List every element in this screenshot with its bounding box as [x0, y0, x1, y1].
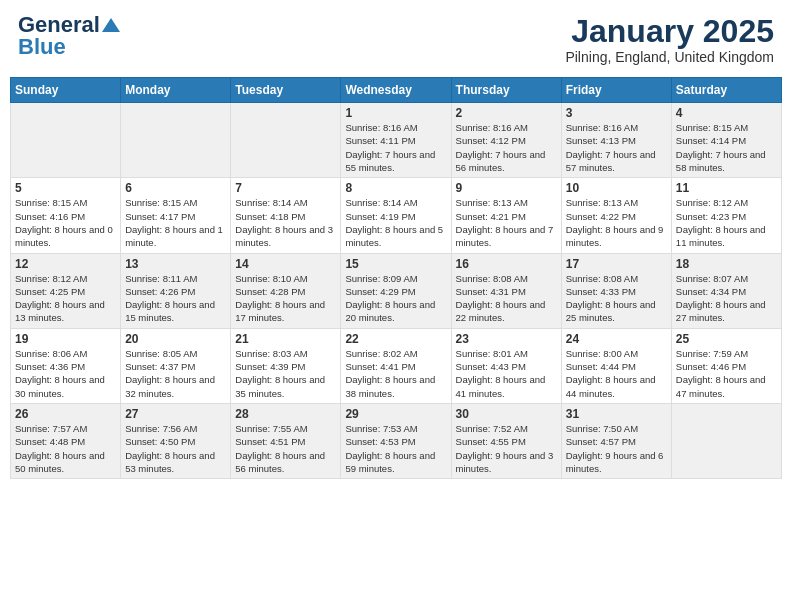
- day-info: Sunrise: 8:08 AM Sunset: 4:33 PM Dayligh…: [566, 272, 667, 325]
- weekday-header-row: SundayMondayTuesdayWednesdayThursdayFrid…: [11, 78, 782, 103]
- calendar-cell: 26Sunrise: 7:57 AM Sunset: 4:48 PM Dayli…: [11, 403, 121, 478]
- title-block: January 2025 Pilning, England, United Ki…: [565, 14, 774, 65]
- calendar-cell: 12Sunrise: 8:12 AM Sunset: 4:25 PM Dayli…: [11, 253, 121, 328]
- day-number: 11: [676, 181, 777, 195]
- page-header: General Blue January 2025 Pilning, Engla…: [10, 10, 782, 69]
- calendar-cell: 3Sunrise: 8:16 AM Sunset: 4:13 PM Daylig…: [561, 103, 671, 178]
- calendar-cell: [671, 403, 781, 478]
- calendar-cell: 27Sunrise: 7:56 AM Sunset: 4:50 PM Dayli…: [121, 403, 231, 478]
- day-number: 23: [456, 332, 557, 346]
- weekday-header: Saturday: [671, 78, 781, 103]
- day-info: Sunrise: 8:09 AM Sunset: 4:29 PM Dayligh…: [345, 272, 446, 325]
- calendar-cell: 18Sunrise: 8:07 AM Sunset: 4:34 PM Dayli…: [671, 253, 781, 328]
- day-info: Sunrise: 7:57 AM Sunset: 4:48 PM Dayligh…: [15, 422, 116, 475]
- day-info: Sunrise: 8:02 AM Sunset: 4:41 PM Dayligh…: [345, 347, 446, 400]
- day-number: 3: [566, 106, 667, 120]
- day-info: Sunrise: 8:14 AM Sunset: 4:19 PM Dayligh…: [345, 196, 446, 249]
- calendar-cell: 11Sunrise: 8:12 AM Sunset: 4:23 PM Dayli…: [671, 178, 781, 253]
- day-info: Sunrise: 8:08 AM Sunset: 4:31 PM Dayligh…: [456, 272, 557, 325]
- month-title: January 2025: [565, 14, 774, 49]
- calendar-cell: 10Sunrise: 8:13 AM Sunset: 4:22 PM Dayli…: [561, 178, 671, 253]
- calendar-cell: 23Sunrise: 8:01 AM Sunset: 4:43 PM Dayli…: [451, 328, 561, 403]
- day-number: 17: [566, 257, 667, 271]
- calendar-cell: 9Sunrise: 8:13 AM Sunset: 4:21 PM Daylig…: [451, 178, 561, 253]
- day-info: Sunrise: 8:13 AM Sunset: 4:22 PM Dayligh…: [566, 196, 667, 249]
- calendar-cell: 16Sunrise: 8:08 AM Sunset: 4:31 PM Dayli…: [451, 253, 561, 328]
- day-info: Sunrise: 8:14 AM Sunset: 4:18 PM Dayligh…: [235, 196, 336, 249]
- day-number: 8: [345, 181, 446, 195]
- day-info: Sunrise: 8:15 AM Sunset: 4:17 PM Dayligh…: [125, 196, 226, 249]
- day-info: Sunrise: 8:11 AM Sunset: 4:26 PM Dayligh…: [125, 272, 226, 325]
- day-info: Sunrise: 7:55 AM Sunset: 4:51 PM Dayligh…: [235, 422, 336, 475]
- calendar-cell: 13Sunrise: 8:11 AM Sunset: 4:26 PM Dayli…: [121, 253, 231, 328]
- svg-marker-0: [102, 18, 120, 32]
- day-info: Sunrise: 8:15 AM Sunset: 4:14 PM Dayligh…: [676, 121, 777, 174]
- calendar-cell: 29Sunrise: 7:53 AM Sunset: 4:53 PM Dayli…: [341, 403, 451, 478]
- day-number: 28: [235, 407, 336, 421]
- day-info: Sunrise: 8:12 AM Sunset: 4:25 PM Dayligh…: [15, 272, 116, 325]
- day-info: Sunrise: 7:59 AM Sunset: 4:46 PM Dayligh…: [676, 347, 777, 400]
- weekday-header: Sunday: [11, 78, 121, 103]
- weekday-header: Monday: [121, 78, 231, 103]
- day-info: Sunrise: 8:06 AM Sunset: 4:36 PM Dayligh…: [15, 347, 116, 400]
- day-number: 10: [566, 181, 667, 195]
- day-number: 26: [15, 407, 116, 421]
- calendar-cell: 8Sunrise: 8:14 AM Sunset: 4:19 PM Daylig…: [341, 178, 451, 253]
- day-number: 18: [676, 257, 777, 271]
- calendar-cell: 22Sunrise: 8:02 AM Sunset: 4:41 PM Dayli…: [341, 328, 451, 403]
- day-number: 9: [456, 181, 557, 195]
- logo-general: General: [18, 14, 100, 36]
- calendar-cell: 14Sunrise: 8:10 AM Sunset: 4:28 PM Dayli…: [231, 253, 341, 328]
- day-number: 30: [456, 407, 557, 421]
- day-info: Sunrise: 8:10 AM Sunset: 4:28 PM Dayligh…: [235, 272, 336, 325]
- day-info: Sunrise: 7:56 AM Sunset: 4:50 PM Dayligh…: [125, 422, 226, 475]
- calendar-cell: 30Sunrise: 7:52 AM Sunset: 4:55 PM Dayli…: [451, 403, 561, 478]
- calendar-week-row: 1Sunrise: 8:16 AM Sunset: 4:11 PM Daylig…: [11, 103, 782, 178]
- weekday-header: Wednesday: [341, 78, 451, 103]
- day-number: 25: [676, 332, 777, 346]
- day-number: 5: [15, 181, 116, 195]
- calendar-week-row: 5Sunrise: 8:15 AM Sunset: 4:16 PM Daylig…: [11, 178, 782, 253]
- day-number: 6: [125, 181, 226, 195]
- logo: General Blue: [18, 14, 120, 58]
- day-number: 31: [566, 407, 667, 421]
- calendar-cell: [231, 103, 341, 178]
- calendar-cell: 5Sunrise: 8:15 AM Sunset: 4:16 PM Daylig…: [11, 178, 121, 253]
- day-info: Sunrise: 8:12 AM Sunset: 4:23 PM Dayligh…: [676, 196, 777, 249]
- day-number: 19: [15, 332, 116, 346]
- calendar-cell: 15Sunrise: 8:09 AM Sunset: 4:29 PM Dayli…: [341, 253, 451, 328]
- calendar-week-row: 19Sunrise: 8:06 AM Sunset: 4:36 PM Dayli…: [11, 328, 782, 403]
- calendar-week-row: 26Sunrise: 7:57 AM Sunset: 4:48 PM Dayli…: [11, 403, 782, 478]
- calendar-cell: [11, 103, 121, 178]
- calendar-cell: 19Sunrise: 8:06 AM Sunset: 4:36 PM Dayli…: [11, 328, 121, 403]
- day-info: Sunrise: 7:53 AM Sunset: 4:53 PM Dayligh…: [345, 422, 446, 475]
- weekday-header: Friday: [561, 78, 671, 103]
- day-number: 16: [456, 257, 557, 271]
- calendar-cell: 2Sunrise: 8:16 AM Sunset: 4:12 PM Daylig…: [451, 103, 561, 178]
- calendar-cell: 4Sunrise: 8:15 AM Sunset: 4:14 PM Daylig…: [671, 103, 781, 178]
- logo-icon: [102, 16, 120, 34]
- day-number: 22: [345, 332, 446, 346]
- calendar-cell: 20Sunrise: 8:05 AM Sunset: 4:37 PM Dayli…: [121, 328, 231, 403]
- calendar-cell: 28Sunrise: 7:55 AM Sunset: 4:51 PM Dayli…: [231, 403, 341, 478]
- day-number: 4: [676, 106, 777, 120]
- weekday-header: Tuesday: [231, 78, 341, 103]
- day-info: Sunrise: 8:13 AM Sunset: 4:21 PM Dayligh…: [456, 196, 557, 249]
- day-number: 29: [345, 407, 446, 421]
- day-number: 21: [235, 332, 336, 346]
- day-number: 7: [235, 181, 336, 195]
- day-info: Sunrise: 8:05 AM Sunset: 4:37 PM Dayligh…: [125, 347, 226, 400]
- location-title: Pilning, England, United Kingdom: [565, 49, 774, 65]
- calendar-table: SundayMondayTuesdayWednesdayThursdayFrid…: [10, 77, 782, 479]
- day-number: 15: [345, 257, 446, 271]
- day-info: Sunrise: 8:16 AM Sunset: 4:13 PM Dayligh…: [566, 121, 667, 174]
- day-number: 27: [125, 407, 226, 421]
- calendar-cell: 31Sunrise: 7:50 AM Sunset: 4:57 PM Dayli…: [561, 403, 671, 478]
- day-info: Sunrise: 8:15 AM Sunset: 4:16 PM Dayligh…: [15, 196, 116, 249]
- day-number: 14: [235, 257, 336, 271]
- calendar-cell: 24Sunrise: 8:00 AM Sunset: 4:44 PM Dayli…: [561, 328, 671, 403]
- day-info: Sunrise: 8:01 AM Sunset: 4:43 PM Dayligh…: [456, 347, 557, 400]
- logo-blue: Blue: [18, 36, 66, 58]
- calendar-cell: 7Sunrise: 8:14 AM Sunset: 4:18 PM Daylig…: [231, 178, 341, 253]
- day-info: Sunrise: 7:52 AM Sunset: 4:55 PM Dayligh…: [456, 422, 557, 475]
